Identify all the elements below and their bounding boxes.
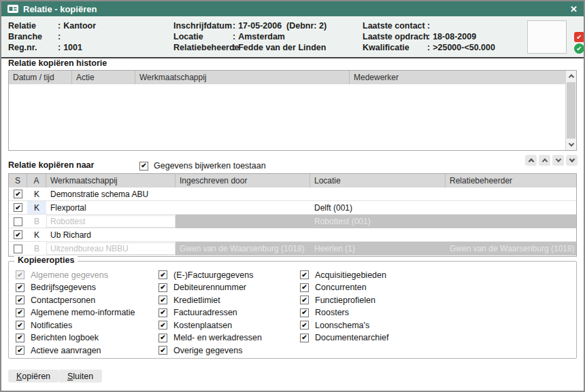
option-checkbox[interactable] <box>16 321 24 329</box>
close-button[interactable]: Sluiten <box>58 370 102 382</box>
field-label: Branche <box>8 32 58 41</box>
option-item[interactable]: Notificaties <box>16 321 135 329</box>
row-type: K <box>27 188 46 200</box>
option-item[interactable]: Acquisitiegebieden <box>300 270 388 279</box>
row-select-checkbox[interactable] <box>14 245 22 253</box>
field-value: Amsterdam <box>238 32 285 41</box>
option-checkbox[interactable] <box>158 296 167 304</box>
option-item[interactable]: Kredietlimiet <box>158 296 262 304</box>
move-top-button[interactable] <box>525 155 537 166</box>
option-item[interactable]: Debiteurennummer <box>158 283 262 292</box>
option-checkbox[interactable] <box>16 283 24 292</box>
update-allowed-checkbox[interactable] <box>139 162 148 171</box>
row-company: Robottest <box>46 215 176 228</box>
option-checkbox[interactable] <box>300 283 309 292</box>
column-header: Medewerker <box>350 71 576 84</box>
table-row[interactable]: B Robottest Robottest (001) <box>9 215 576 228</box>
option-item[interactable]: Overige gegevens <box>158 346 262 355</box>
copy-to-section-title: Relatie kopiëren naar <box>8 160 94 170</box>
option-item[interactable]: (E-)Factuurgegevens <box>158 270 262 279</box>
option-item[interactable]: Factuuradressen <box>158 308 262 317</box>
option-checkbox[interactable] <box>158 321 167 329</box>
red-check-icon: ✔ <box>574 32 584 42</box>
copy-button[interactable]: Kopiëren <box>8 370 58 382</box>
option-item[interactable]: Roosters <box>300 308 388 317</box>
option-checkbox[interactable] <box>16 334 24 342</box>
field-label: Locatie <box>173 32 233 41</box>
option-item[interactable]: Concurrenten <box>300 283 388 292</box>
copy-table-header: S A Werkmaatschappij Ingeschreven door L… <box>9 174 576 188</box>
option-item[interactable]: Bedrijfsgegevens <box>16 283 135 292</box>
row-select-checkbox[interactable] <box>14 217 22 226</box>
column-header: Ingeschreven door <box>176 174 310 188</box>
row-location <box>310 188 446 200</box>
row-registered-by <box>176 228 310 241</box>
copy-options-group: Kopieeropties Algemene gegevens Bedrijfs… <box>8 261 577 359</box>
option-checkbox[interactable] <box>158 283 167 292</box>
option-item[interactable]: Contactpersonen <box>16 296 135 304</box>
move-up-button[interactable] <box>539 155 550 166</box>
green-check-icon: ✔ <box>574 43 584 54</box>
chevron-down-icon <box>555 156 561 162</box>
option-checkbox[interactable] <box>158 308 167 317</box>
close-icon[interactable]: ✕ <box>570 5 578 14</box>
row-manager <box>446 188 576 200</box>
field-label: Kwalificatie <box>363 43 427 52</box>
options-column-2: (E-)Factuurgegevens Debiteurennummer Kre… <box>158 270 262 359</box>
option-checkbox[interactable] <box>300 321 309 329</box>
option-checkbox[interactable] <box>16 346 24 355</box>
options-column-3: Acquisitiegebieden Concurrenten Functiep… <box>300 270 388 346</box>
update-allowed-option[interactable]: Gegevens bijwerken toestaan <box>139 161 266 171</box>
table-row[interactable]: K Flexportal Delft (001) <box>9 201 576 215</box>
row-company: Flexportal <box>46 201 176 214</box>
option-checkbox[interactable] <box>300 334 309 342</box>
row-location <box>310 228 446 241</box>
history-scrollbar[interactable] <box>565 71 576 150</box>
row-manager <box>446 215 576 228</box>
option-checkbox[interactable] <box>158 270 167 279</box>
option-item[interactable]: Loonschema's <box>300 321 388 329</box>
option-item[interactable]: Algemene memo-informatie <box>16 308 135 317</box>
column-header: S <box>9 174 27 188</box>
field-value: 1001 <box>63 43 82 52</box>
option-item[interactable]: Meld- en werkadressen <box>158 334 262 342</box>
move-down-button[interactable] <box>552 155 564 166</box>
row-select-checkbox[interactable] <box>14 203 22 212</box>
title-bar: Relatie - kopiëren ✕ <box>1 1 584 16</box>
row-manager: Gwen van de Waarsenburg (1018) <box>446 242 576 255</box>
field-value: 17-05-2006 (Debnr: 2) <box>238 21 327 31</box>
row-type: B <box>27 242 46 255</box>
table-row[interactable]: B Uitzendbureau NBBU Gwen van de Waarsen… <box>9 242 576 255</box>
option-checkbox[interactable] <box>300 270 309 279</box>
options-column-1: Algemene gegevens Bedrijfsgegevens Conta… <box>16 270 135 359</box>
scrollbar-thumb[interactable] <box>567 82 575 139</box>
table-row[interactable]: K Ub Richard <box>9 228 576 242</box>
option-item[interactable]: Berichten logboek <box>16 334 135 342</box>
option-checkbox[interactable] <box>16 296 24 304</box>
option-checkbox[interactable] <box>300 296 309 304</box>
copy-options-title: Kopieeropties <box>14 255 78 265</box>
row-select-checkbox[interactable] <box>14 190 22 198</box>
row-select-checkbox[interactable] <box>14 230 22 239</box>
option-item[interactable]: Functieprofielen <box>300 296 388 304</box>
option-item[interactable]: Documentenarchief <box>300 334 388 342</box>
column-header: A <box>27 174 46 188</box>
row-registered-by: Gwen van de Waarsenburg (1018) <box>176 242 310 255</box>
scroll-up-icon[interactable] <box>566 71 576 82</box>
option-checkbox[interactable] <box>158 346 167 355</box>
field-value: 18-08-2009 <box>433 32 476 41</box>
scroll-down-icon[interactable] <box>566 139 576 150</box>
option-checkbox[interactable] <box>300 308 309 317</box>
header-column-1: Relatie:Kantoor Branche: Reg.nr.:1001 <box>8 20 96 53</box>
chevron-up-icon <box>541 158 547 164</box>
field-value: >25000-<50.000 <box>433 43 495 52</box>
move-bottom-button[interactable] <box>566 155 578 166</box>
option-item[interactable]: Kostenplaatsen <box>158 321 262 329</box>
update-allowed-label: Gegevens bijwerken toestaan <box>154 161 266 171</box>
option-item[interactable]: Actieve aanvragen <box>16 346 135 355</box>
table-row[interactable]: K Demonstratie schema ABU <box>9 188 576 201</box>
option-checkbox[interactable] <box>158 334 167 342</box>
option-checkbox[interactable] <box>16 308 24 317</box>
row-registered-by <box>176 201 310 214</box>
option-checkbox <box>16 270 24 279</box>
